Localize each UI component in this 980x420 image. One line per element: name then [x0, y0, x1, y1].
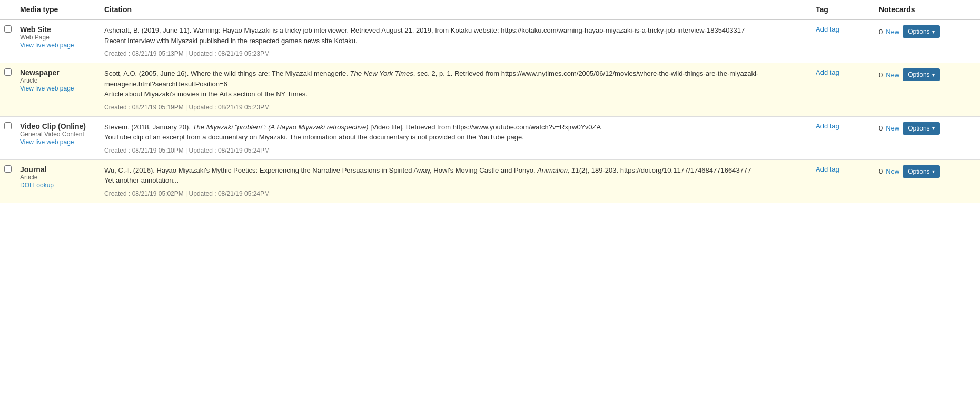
media-type-sub: Web Page — [20, 34, 96, 41]
citation-header: Citation — [100, 0, 811, 19]
options-button[interactable]: Options▾ — [903, 165, 939, 178]
notecards-cell: 0NewOptions▾ — [875, 63, 980, 117]
citation-cell: Wu, C.-I. (2016). Hayao Miyazaki's Mythi… — [100, 159, 811, 203]
citation-cell: Ashcraft, B. (2019, June 11). Warning: H… — [100, 19, 811, 63]
media-type-cell: JournalArticleDOI Lookup — [16, 159, 100, 203]
citation-meta: Created : 08/21/19 05:19PM | Updated : 0… — [104, 104, 807, 111]
notecard-new-label: New — [886, 71, 899, 79]
media-type-title: Web Site — [20, 25, 96, 34]
view-live-web-page-link[interactable]: View live web page — [20, 42, 74, 49]
options-dropdown-caret: ▾ — [932, 72, 935, 78]
notecard-count: 0 — [879, 71, 883, 79]
options-button[interactable]: Options▾ — [903, 68, 939, 81]
notecards-cell: 0NewOptions▾ — [875, 19, 980, 63]
view-live-web-page-link[interactable]: View live web page — [20, 85, 74, 92]
citation-cell: Scott, A.O. (2005, June 16). Where the w… — [100, 63, 811, 117]
media-type-title: Journal — [20, 165, 96, 174]
citation-text: Wu, C.-I. (2016). Hayao Miyazaki's Mythi… — [104, 165, 807, 186]
table-row: JournalArticleDOI LookupWu, C.-I. (2016)… — [0, 159, 980, 203]
citation-text: Ashcraft, B. (2019, June 11). Warning: H… — [104, 25, 807, 46]
row-checkbox[interactable] — [4, 165, 12, 173]
options-button-label: Options — [908, 71, 929, 78]
tag-cell: Add tag — [811, 116, 875, 159]
media-type-cell: NewspaperArticleView live web page — [16, 63, 100, 117]
tag-cell: Add tag — [811, 159, 875, 203]
add-tag-link[interactable]: Add tag — [816, 165, 839, 173]
notecard-new-label: New — [886, 167, 899, 175]
row-checkbox[interactable] — [4, 25, 12, 33]
table-row: NewspaperArticleView live web pageScott,… — [0, 63, 980, 117]
table-row: Web SiteWeb PageView live web pageAshcra… — [0, 19, 980, 63]
media-type-sub: Article — [20, 77, 96, 84]
view-live-web-page-link[interactable]: View live web page — [20, 138, 74, 146]
notecard-new-label: New — [886, 28, 899, 36]
citation-meta: Created : 08/21/19 05:10PM | Updated : 0… — [104, 147, 807, 154]
media-type-title: Video Clip (Online) — [20, 122, 96, 131]
options-button[interactable]: Options▾ — [903, 122, 939, 135]
checkbox-header — [0, 0, 16, 19]
notecards-cell: 0NewOptions▾ — [875, 116, 980, 159]
notecard-new-label: New — [886, 124, 899, 132]
options-button-label: Options — [908, 28, 929, 35]
citation-text: Scott, A.O. (2005, June 16). Where the w… — [104, 68, 807, 99]
media-type-cell: Web SiteWeb PageView live web page — [16, 19, 100, 63]
table-row: Video Clip (Online)General Video Content… — [0, 116, 980, 159]
add-tag-link[interactable]: Add tag — [816, 122, 839, 130]
options-dropdown-caret: ▾ — [932, 125, 935, 131]
notecards-cell: 0NewOptions▾ — [875, 159, 980, 203]
notecard-count: 0 — [879, 124, 883, 132]
row-checkbox[interactable] — [4, 122, 12, 129]
options-dropdown-caret: ▾ — [932, 168, 935, 174]
options-button[interactable]: Options▾ — [903, 25, 939, 38]
options-button-label: Options — [908, 125, 929, 132]
add-tag-link[interactable]: Add tag — [816, 25, 839, 33]
tag-header: Tag — [811, 0, 875, 19]
row-checkbox[interactable] — [4, 68, 12, 76]
add-tag-link[interactable]: Add tag — [816, 68, 839, 76]
tag-cell: Add tag — [811, 63, 875, 117]
media-type-sub: Article — [20, 174, 96, 181]
media-type-cell: Video Clip (Online)General Video Content… — [16, 116, 100, 159]
citation-meta: Created : 08/21/19 05:13PM | Updated : 0… — [104, 50, 807, 57]
doi-lookup-link[interactable]: DOI Lookup — [20, 182, 54, 189]
notecard-count: 0 — [879, 167, 883, 175]
options-dropdown-caret: ▾ — [932, 29, 935, 35]
notecards-header: Notecards — [875, 0, 980, 19]
tag-cell: Add tag — [811, 19, 875, 63]
media-type-sub: General Video Content — [20, 131, 96, 138]
citation-cell: Stevem. (2018, January 20). The Miyazaki… — [100, 116, 811, 159]
options-button-label: Options — [908, 168, 929, 175]
citation-text: Stevem. (2018, January 20). The Miyazaki… — [104, 122, 807, 143]
citation-meta: Created : 08/21/19 05:02PM | Updated : 0… — [104, 190, 807, 197]
notecard-count: 0 — [879, 28, 883, 36]
media-type-header: Media type — [16, 0, 100, 19]
media-type-title: Newspaper — [20, 68, 96, 77]
